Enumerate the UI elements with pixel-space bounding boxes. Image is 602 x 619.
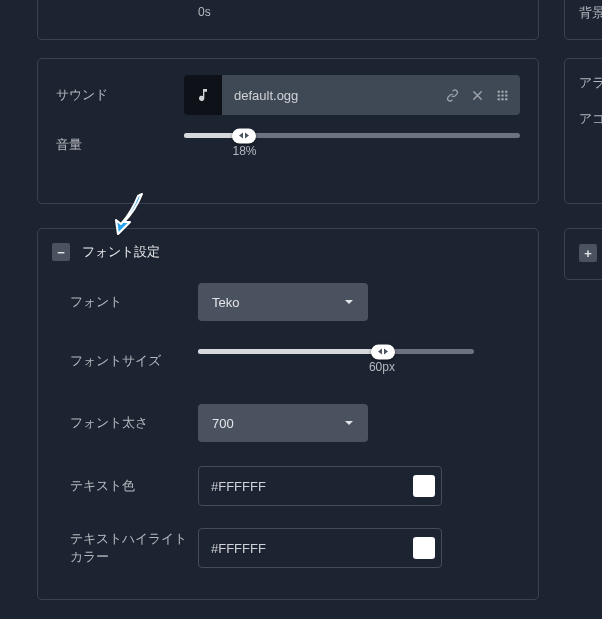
sound-label: サウンド (56, 86, 184, 104)
highlight-color-label: テキストハイライトカラー (70, 530, 198, 566)
link-icon[interactable] (445, 88, 460, 103)
drag-icon[interactable] (495, 88, 510, 103)
font-weight-label: フォント太さ (70, 414, 198, 432)
sound-file-field[interactable]: default.ogg (184, 75, 520, 115)
duration-value: 0s (38, 0, 538, 19)
music-icon (184, 75, 222, 115)
add-button[interactable]: + (579, 244, 597, 262)
font-size-value: 60px (369, 360, 395, 374)
font-weight-value: 700 (212, 416, 234, 431)
right-panel-alerts: アラートメッセージ アコライドテキスト (564, 58, 602, 204)
font-select-value: Teko (212, 295, 239, 310)
section-title: フォント設定 (82, 243, 160, 261)
volume-value: 18% (232, 144, 256, 158)
font-weight-select[interactable]: 700 (198, 404, 368, 442)
color-swatch[interactable] (413, 537, 435, 559)
close-icon[interactable] (470, 88, 485, 103)
svg-point-8 (505, 98, 508, 101)
slider-thumb[interactable] (232, 128, 256, 143)
font-select[interactable]: Teko (198, 283, 368, 321)
sound-file-name: default.ogg (222, 75, 445, 115)
text-color-value: #FFFFFF (211, 479, 413, 494)
svg-point-4 (501, 94, 504, 97)
svg-point-3 (498, 94, 501, 97)
alert-label: アラートメッセージ (565, 59, 602, 99)
sound-panel: サウンド default.ogg 音量 (37, 58, 539, 204)
duration-panel: 0s (37, 0, 539, 40)
svg-point-7 (501, 98, 504, 101)
collapse-button[interactable]: − (52, 243, 70, 261)
font-size-slider[interactable] (198, 349, 474, 354)
font-label: フォント (70, 293, 198, 311)
volume-label: 音量 (56, 136, 184, 154)
svg-point-1 (501, 90, 504, 93)
volume-slider[interactable] (184, 133, 520, 138)
font-settings-panel: − フォント設定 フォント Teko フォントサイズ (37, 228, 539, 600)
text-color-input[interactable]: #FFFFFF (198, 466, 442, 506)
svg-point-6 (498, 98, 501, 101)
svg-point-2 (505, 90, 508, 93)
font-size-label: フォントサイズ (70, 352, 198, 370)
slider-thumb[interactable] (371, 344, 395, 359)
bg-label: 背景 (565, 0, 602, 29)
chevron-down-icon (344, 418, 354, 428)
color-swatch[interactable] (413, 475, 435, 497)
highlight-color-input[interactable]: #FFFFFF (198, 528, 442, 568)
svg-point-0 (498, 90, 501, 93)
right-panel-add: + (564, 228, 602, 280)
acc-label: アコライドテキスト (565, 99, 602, 135)
svg-point-5 (505, 94, 508, 97)
chevron-down-icon (344, 297, 354, 307)
text-color-label: テキスト色 (70, 477, 198, 495)
highlight-color-value: #FFFFFF (211, 541, 413, 556)
right-panel-bg: 背景 (564, 0, 602, 40)
